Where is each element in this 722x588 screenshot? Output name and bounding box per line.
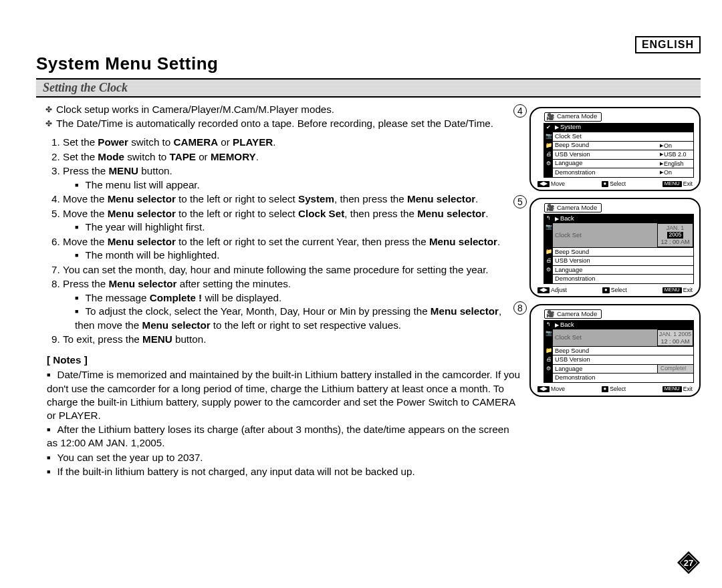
step-1: Set the Power switch to CAMERA or PLAYER…	[63, 136, 521, 150]
mode-header: 🎥 Camera Mode	[544, 203, 602, 212]
page-number-text: 27	[677, 551, 701, 575]
section-heading: Setting the Clock	[36, 78, 701, 98]
value-lang: English	[657, 160, 693, 168]
menu-button-icon: MENU	[663, 386, 682, 392]
menu-button-icon: MENU	[663, 287, 682, 293]
screenshot-8-wrap: 8 🎥 Camera Mode ↰Back 📷Clock Set JAN. 1 …	[529, 304, 701, 396]
menu-item-language: Language	[555, 160, 582, 167]
notes-heading: [ Notes ]	[47, 353, 521, 368]
manual-page: ENGLISH System Menu Setting Setting the …	[0, 0, 722, 588]
language-badge: ENGLISH	[635, 36, 701, 53]
lcd-screenshot-8: 🎥 Camera Mode ↰Back 📷Clock Set JAN. 1 20…	[529, 304, 701, 396]
screenshot-4-wrap: 4 🎥 Camera Mode ✔System 📷Clock Set 📁Beep…	[529, 107, 701, 191]
menu-item-back: Back	[560, 215, 574, 223]
joystick-icon: ◀▶	[537, 386, 550, 392]
joystick-icon: ◀▶	[537, 181, 550, 187]
intro-bullets: Clock setup works in Camera/Player/M.Cam…	[45, 103, 521, 130]
page-number-badge: 27	[677, 551, 701, 575]
control-hints: ◀▶Move ●Select MENUExit	[536, 385, 694, 393]
mode-header: 🎥 Camera Mode	[544, 112, 602, 122]
step-8-sub-1: The message Complete ! will be displayed…	[75, 291, 521, 305]
menu-button-icon: MENU	[663, 181, 682, 187]
content-area: Clock setup works in Camera/Player/M.Cam…	[36, 103, 701, 479]
menu-item-clock-set: Clock Set	[555, 133, 582, 140]
step-4: Move the Menu selector to the left or ri…	[63, 192, 521, 206]
step-8-sub-2: To adjust the clock, select the Year, Mo…	[75, 305, 521, 332]
date-value-box: JAN. 1 2005 12 : 00 AM	[657, 329, 693, 345]
intro-bullet: Clock setup works in Camera/Player/M.Cam…	[45, 103, 521, 117]
date-value-box: JAN. 1 2005 12 : 00 AM	[657, 223, 693, 247]
step-9: To exit, press the MENU button.	[63, 333, 521, 347]
text-column: Clock setup works in Camera/Player/M.Cam…	[36, 103, 521, 479]
control-hints: ◀▶Adjust ●Select MENUExit	[536, 286, 694, 294]
value-demo: On	[657, 168, 693, 177]
joystick-icon: ●	[602, 181, 609, 187]
value-beep: On	[657, 142, 693, 150]
step-2: Set the Mode switch to TAPE or MEMORY.	[63, 150, 521, 164]
camera-icon: 🎥	[546, 113, 554, 121]
circle-number-8: 8	[513, 301, 527, 315]
step-3: Press the MENU button. The menu list wil…	[63, 164, 521, 192]
complete-label: Complete!	[657, 365, 693, 374]
step-7: You can set the month, day, hour and min…	[63, 263, 521, 277]
menu-box: ↰Back 📷Clock Set JAN. 1 2005 12 : 00 AM …	[544, 320, 694, 383]
camera-icon: 🎥	[546, 204, 554, 212]
step-3-sub: The menu list will appear.	[75, 178, 521, 192]
menu-box: ✔System 📷Clock Set 📁Beep SoundOn 🖨USB Ve…	[544, 123, 694, 178]
value-usb: USB 2.0	[657, 150, 693, 159]
camera-icon: 🎥	[546, 310, 554, 318]
menu-item-demo: Demonstration	[555, 169, 595, 176]
note-item: If the built-in lithium battery is not c…	[47, 465, 521, 478]
note-item: After the Lithium battery loses its char…	[47, 423, 521, 450]
lcd-screenshot-4: 🎥 Camera Mode ✔System 📷Clock Set 📁Beep S…	[529, 107, 701, 191]
menu-item-clock-set: Clock Set	[555, 232, 582, 239]
lcd-screenshot-5: 🎥 Camera Mode ↰Back 📷Clock Set JAN. 1 20…	[529, 198, 701, 297]
step-5: Move the Menu selector to the left or ri…	[63, 207, 521, 235]
circle-number-4: 4	[513, 104, 527, 118]
note-item: Date/Time is memorized and maintained by…	[47, 368, 521, 422]
circle-number-5: 5	[513, 195, 527, 208]
joystick-icon: ●	[602, 287, 610, 293]
mode-header: 🎥 Camera Mode	[544, 309, 602, 319]
step-8: Press the Menu selector after setting th…	[63, 277, 521, 332]
menu-item-beep: Beep Sound	[555, 142, 589, 149]
step-6: Move the Menu selector to the left or ri…	[63, 235, 521, 263]
joystick-icon: ●	[602, 386, 609, 392]
intro-bullet: The Date/Time is automatically recorded …	[45, 117, 521, 131]
screenshot-5-wrap: 5 🎥 Camera Mode ↰Back 📷Clock Set JAN. 1 …	[529, 198, 701, 297]
menu-item-usb: USB Version	[555, 151, 590, 158]
joystick-icon: ◀▶	[537, 287, 550, 293]
screenshot-column: 4 🎥 Camera Mode ✔System 📷Clock Set 📁Beep…	[529, 103, 701, 479]
menu-box: ↰Back 📷Clock Set JAN. 1 2005 12 : 00 AM …	[544, 214, 694, 284]
mode-label: Camera Mode	[557, 113, 597, 120]
note-item: You can set the year up to 2037.	[47, 451, 521, 464]
step-5-sub: The year will highlight first.	[75, 220, 521, 235]
control-hints: ◀▶Move ●Select MENUExit	[536, 180, 694, 188]
menu-item-system: System	[560, 124, 581, 131]
page-title: System Menu Setting	[36, 53, 701, 74]
steps-list: Set the Power switch to CAMERA or PLAYER…	[36, 136, 521, 347]
step-6-sub: The month will be highlighted.	[75, 249, 521, 263]
notes-list: Date/Time is memorized and maintained by…	[36, 368, 521, 478]
